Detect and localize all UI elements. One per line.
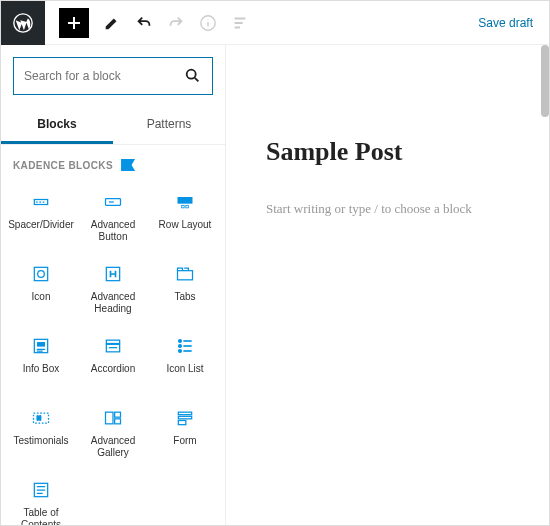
svg-rect-14 xyxy=(106,340,119,343)
svg-point-17 xyxy=(179,345,182,348)
svg-rect-25 xyxy=(178,421,186,425)
icon-block-icon xyxy=(30,263,52,285)
block-testimonials[interactable]: Testimonials xyxy=(5,397,77,469)
svg-rect-22 xyxy=(115,419,121,424)
block-icon[interactable]: Icon xyxy=(5,253,77,325)
search-icon xyxy=(184,67,202,85)
svg-rect-6 xyxy=(182,205,185,208)
svg-rect-11 xyxy=(178,271,193,280)
svg-rect-20 xyxy=(106,412,114,424)
block-advanced-heading[interactable]: Advanced Heading xyxy=(77,253,149,325)
block-icon-list[interactable]: Icon List xyxy=(149,325,221,397)
search-wrap xyxy=(1,45,225,107)
block-advanced-gallery[interactable]: Advanced Gallery xyxy=(77,397,149,469)
editor-canvas[interactable]: Sample Post Start writing or type / to c… xyxy=(226,45,549,217)
svg-point-2 xyxy=(187,70,196,79)
info-icon xyxy=(199,14,217,32)
accordion-icon xyxy=(102,335,124,357)
svg-rect-23 xyxy=(178,412,191,415)
block-label: Tabs xyxy=(174,291,195,303)
edit-icon[interactable] xyxy=(103,14,121,32)
tabs-icon xyxy=(174,263,196,285)
block-label: Icon xyxy=(32,291,51,303)
svg-rect-5 xyxy=(178,197,193,204)
tab-blocks[interactable]: Blocks xyxy=(1,107,113,144)
block-row-layout[interactable]: Row Layout xyxy=(149,181,221,253)
advanced-gallery-icon xyxy=(102,407,124,429)
block-label: Advanced Button xyxy=(79,219,147,243)
form-icon xyxy=(174,407,196,429)
svg-rect-13 xyxy=(38,343,45,346)
scrollbar-thumb[interactable] xyxy=(541,45,549,117)
svg-rect-7 xyxy=(186,205,189,208)
block-grid: Spacer/Divider Advanced Button Row Layou… xyxy=(1,181,225,525)
kadence-flag-icon xyxy=(121,159,135,171)
section-title: KADENCE BLOCKS xyxy=(13,160,113,171)
spacer-divider-icon xyxy=(30,191,52,213)
main: Blocks Patterns KADENCE BLOCKS Spacer/Di… xyxy=(1,45,549,525)
outline-icon xyxy=(231,14,249,32)
svg-point-18 xyxy=(179,350,182,353)
tab-patterns[interactable]: Patterns xyxy=(113,107,225,144)
block-label: Testimonials xyxy=(13,435,68,447)
block-label: Advanced Heading xyxy=(79,291,147,315)
block-label: Accordion xyxy=(91,363,135,375)
block-label: Spacer/Divider xyxy=(8,219,74,231)
search-box[interactable] xyxy=(13,57,213,95)
wordpress-logo[interactable] xyxy=(1,1,45,45)
icon-list-icon xyxy=(174,335,196,357)
row-layout-icon xyxy=(174,191,196,213)
search-input[interactable] xyxy=(24,69,184,83)
section-header-kadence[interactable]: KADENCE BLOCKS xyxy=(1,145,225,181)
svg-rect-21 xyxy=(115,412,121,417)
block-label: Form xyxy=(173,435,196,447)
block-label: Info Box xyxy=(23,363,60,375)
table-of-contents-icon xyxy=(30,479,52,501)
svg-rect-24 xyxy=(178,416,191,419)
inserter-tabs: Blocks Patterns xyxy=(1,107,225,145)
block-inserter-sidebar: Blocks Patterns KADENCE BLOCKS Spacer/Di… xyxy=(1,45,226,525)
info-box-icon xyxy=(30,335,52,357)
post-title[interactable]: Sample Post xyxy=(266,137,525,167)
editor-canvas-wrap: Sample Post Start writing or type / to c… xyxy=(226,45,549,525)
add-block-button[interactable] xyxy=(59,8,89,38)
block-spacer-divider[interactable]: Spacer/Divider xyxy=(5,181,77,253)
svg-rect-8 xyxy=(34,267,47,280)
post-body-placeholder[interactable]: Start writing or type / to choose a bloc… xyxy=(266,201,525,217)
block-table-of-contents[interactable]: Table of Contents xyxy=(5,469,77,525)
advanced-heading-icon xyxy=(102,263,124,285)
save-draft-link[interactable]: Save draft xyxy=(478,16,533,30)
block-accordion[interactable]: Accordion xyxy=(77,325,149,397)
block-info-box[interactable]: Info Box xyxy=(5,325,77,397)
block-label: Advanced Gallery xyxy=(79,435,147,459)
svg-point-9 xyxy=(38,271,45,278)
block-advanced-button[interactable]: Advanced Button xyxy=(77,181,149,253)
topbar: Save draft xyxy=(1,1,549,45)
block-label: Icon List xyxy=(166,363,203,375)
top-tools xyxy=(103,14,249,32)
svg-point-16 xyxy=(179,340,182,343)
undo-icon[interactable] xyxy=(135,14,153,32)
redo-icon xyxy=(167,14,185,32)
advanced-button-icon xyxy=(102,191,124,213)
block-label: Row Layout xyxy=(159,219,212,231)
block-form[interactable]: Form xyxy=(149,397,221,469)
block-tabs[interactable]: Tabs xyxy=(149,253,221,325)
testimonials-icon xyxy=(30,407,52,429)
block-label: Table of Contents xyxy=(7,507,75,525)
